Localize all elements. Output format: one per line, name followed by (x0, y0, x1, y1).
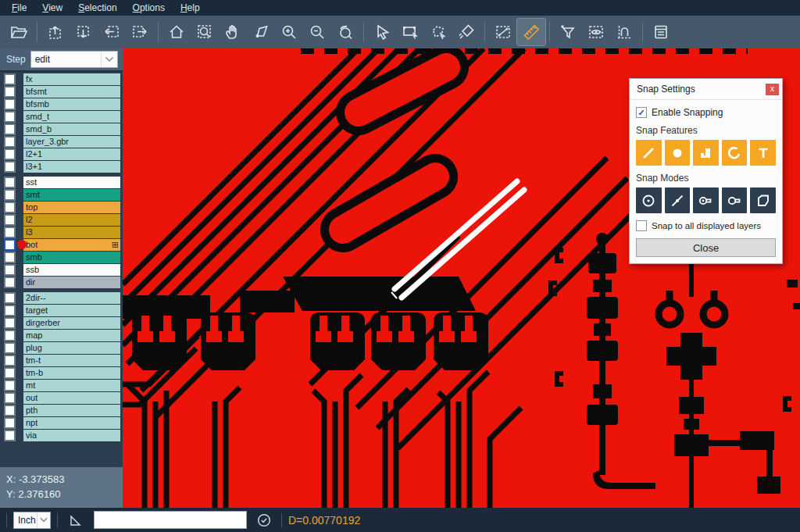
layer-visibility-checkbox[interactable] (4, 317, 16, 329)
command-input[interactable] (94, 511, 247, 529)
enable-snapping-checkbox[interactable]: ✓ (636, 107, 647, 118)
menu-item-help[interactable]: Help (173, 1, 207, 15)
close-icon[interactable]: x (766, 84, 779, 95)
snap-entry-with-point-button[interactable] (693, 187, 719, 213)
all-layers-checkbox[interactable] (636, 220, 647, 231)
layer-visibility-checkbox[interactable] (4, 73, 16, 85)
layer-visibility-checkbox[interactable] (4, 111, 16, 123)
layer-row-l3+1[interactable]: l3+1 (0, 161, 123, 173)
snap-arc-button[interactable] (722, 140, 748, 166)
layer-row-sst[interactable]: sst (0, 177, 123, 188)
menu-item-view[interactable]: View (35, 1, 70, 15)
layer-row-l2[interactable]: l2 (0, 214, 123, 226)
layer-row-smd_t[interactable]: smd_t (0, 111, 123, 123)
snap-text-button[interactable] (750, 140, 776, 166)
layer-row-bfsmt[interactable]: bfsmt (0, 86, 123, 98)
spline-button[interactable] (610, 19, 638, 45)
layer-visibility-checkbox[interactable] (4, 161, 16, 173)
snap-center-button[interactable] (636, 187, 662, 213)
layer-row-mt[interactable]: mt (0, 380, 123, 391)
shift-left-button[interactable] (98, 19, 126, 45)
layer-visibility-checkbox[interactable] (4, 342, 16, 354)
layer-row-tm-b[interactable]: tm-b (0, 367, 123, 379)
confirm-circle-icon[interactable] (256, 512, 272, 528)
all-layers-row[interactable]: Snap to all displayed layers (636, 220, 776, 231)
layer-row-2dir--[interactable]: 2dir-- (0, 292, 123, 304)
clean-brush-button[interactable] (452, 19, 480, 45)
shift-right-button[interactable] (126, 19, 154, 45)
zoom-polygon-button[interactable] (247, 19, 275, 45)
menu-item-file[interactable]: File (5, 1, 34, 15)
layer-row-l2+1[interactable]: l2+1 (0, 148, 123, 160)
layer-visibility-checkbox[interactable] (4, 189, 16, 201)
snap-corner-button[interactable] (750, 187, 776, 213)
view-eye-button[interactable] (582, 19, 610, 45)
layer-row-target[interactable]: target (0, 305, 123, 316)
zoom-reset-button[interactable] (331, 19, 359, 45)
snap-surface-button[interactable] (693, 140, 719, 166)
layer-visibility-checkbox[interactable] (4, 98, 16, 110)
snap-on-element-button[interactable] (665, 187, 691, 213)
snap-pad-button[interactable] (665, 140, 691, 166)
step-dropdown[interactable]: edit (30, 51, 118, 68)
layer-visibility-checkbox[interactable] (4, 305, 16, 316)
report-button[interactable] (647, 19, 675, 45)
layer-visibility-checkbox[interactable] (4, 277, 16, 288)
pan-button[interactable] (219, 19, 247, 45)
layer-row-pth[interactable]: pth (0, 405, 123, 416)
select-pointer-button[interactable] (368, 19, 396, 45)
layer-visibility-checkbox[interactable] (4, 239, 16, 251)
snap-line-button[interactable] (636, 140, 662, 166)
dialog-close-button[interactable]: Close (636, 238, 776, 257)
layer-visibility-checkbox[interactable] (4, 264, 16, 276)
layer-row-l3[interactable]: l3 (0, 227, 123, 238)
layer-visibility-checkbox[interactable] (4, 227, 16, 238)
layer-visibility-checkbox[interactable] (4, 202, 16, 213)
layer-row-dirgerber[interactable]: dirgerber (0, 317, 123, 329)
home-view-button[interactable] (162, 19, 191, 45)
select-rectangle-button[interactable] (396, 19, 424, 45)
layer-visibility-checkbox[interactable] (4, 330, 16, 341)
layer-visibility-checkbox[interactable] (4, 405, 16, 416)
layer-row-top[interactable]: top (0, 202, 123, 213)
measure-line-button[interactable] (489, 19, 517, 45)
layer-row-ssb[interactable]: ssb (0, 264, 123, 276)
menu-item-selection[interactable]: Selection (71, 1, 123, 15)
unit-dropdown[interactable]: Inch (13, 512, 51, 529)
layer-row-layer_3.gbr[interactable]: layer_3.gbr (0, 136, 123, 148)
layer-visibility-checkbox[interactable] (4, 136, 16, 148)
dialog-titlebar[interactable]: Snap Settings x (630, 79, 782, 100)
layer-row-fx[interactable]: fx (0, 73, 123, 85)
layer-visibility-checkbox[interactable] (4, 392, 16, 404)
layer-visibility-checkbox[interactable] (4, 430, 16, 441)
angle-corner-icon[interactable] (67, 512, 84, 529)
snap-entry-button[interactable] (722, 187, 748, 213)
import-down-button[interactable] (70, 19, 98, 45)
measure-ruler-button[interactable] (517, 19, 545, 45)
layer-row-out[interactable]: out (0, 392, 123, 404)
layer-visibility-checkbox[interactable] (4, 367, 16, 379)
layer-row-via[interactable]: via (0, 430, 123, 441)
layer-visibility-checkbox[interactable] (4, 380, 16, 391)
zoom-area-button[interactable] (191, 19, 219, 45)
menu-item-options[interactable]: Options (126, 1, 172, 15)
layer-row-tm-t[interactable]: tm-t (0, 355, 123, 366)
layer-row-map[interactable]: map (0, 330, 123, 341)
layer-visibility-checkbox[interactable] (4, 292, 16, 304)
layer-visibility-checkbox[interactable] (4, 148, 16, 160)
select-polygon-button[interactable] (424, 19, 452, 45)
enable-snapping-row[interactable]: ✓ Enable Snapping (636, 107, 776, 118)
layer-row-smb[interactable]: smb (0, 252, 123, 263)
layer-visibility-checkbox[interactable] (4, 177, 16, 188)
layer-row-bot[interactable]: bot⊞ (0, 239, 123, 251)
zoom-out-button[interactable] (303, 19, 331, 45)
layer-visibility-checkbox[interactable] (4, 355, 16, 366)
layer-row-smt[interactable]: smt (0, 189, 123, 201)
layer-visibility-checkbox[interactable] (4, 417, 16, 429)
layer-visibility-checkbox[interactable] (4, 86, 16, 98)
layer-visibility-checkbox[interactable] (4, 214, 16, 226)
layer-visibility-checkbox[interactable] (4, 252, 16, 263)
layer-row-bfsmb[interactable]: bfsmb (0, 98, 123, 110)
layer-row-plug[interactable]: plug (0, 342, 123, 354)
layer-row-smd_b[interactable]: smd_b (0, 123, 123, 135)
